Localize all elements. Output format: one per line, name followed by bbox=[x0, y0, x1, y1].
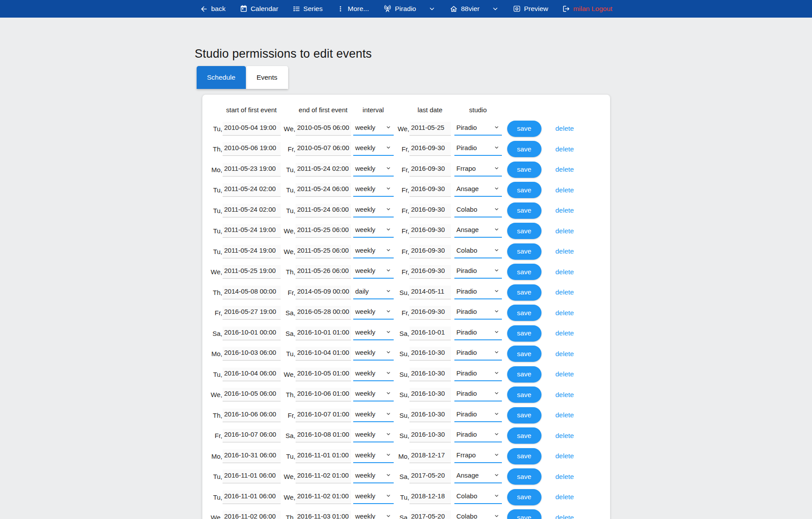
start-datetime-input[interactable]: 2016-10-01 00:00 bbox=[223, 327, 281, 340]
last-date-input[interactable]: 2016-10-30 bbox=[410, 368, 451, 381]
last-date-input[interactable]: 2016-09-30 bbox=[410, 265, 451, 279]
end-datetime-input[interactable]: 2010-05-05 06:00 bbox=[296, 122, 351, 136]
save-button[interactable]: save bbox=[507, 386, 541, 403]
interval-select[interactable]: weekly bbox=[353, 347, 394, 361]
delete-link[interactable]: delete bbox=[556, 432, 574, 440]
start-datetime-input[interactable]: 2011-05-25 19:00 bbox=[223, 265, 281, 279]
save-button[interactable]: save bbox=[507, 346, 541, 362]
save-button[interactable]: save bbox=[507, 223, 541, 239]
save-button[interactable]: save bbox=[507, 407, 541, 423]
last-date-input[interactable]: 2016-10-01 bbox=[410, 327, 451, 340]
interval-select[interactable]: weekly bbox=[353, 224, 394, 238]
interval-select[interactable]: weekly bbox=[353, 511, 394, 519]
nav-piradio[interactable]: Piradio bbox=[383, 4, 416, 13]
save-button[interactable]: save bbox=[507, 141, 541, 157]
studio-select[interactable]: Colabo bbox=[454, 245, 502, 258]
interval-select[interactable]: weekly bbox=[353, 388, 394, 401]
start-datetime-input[interactable]: 2016-10-04 06:00 bbox=[223, 368, 281, 381]
delete-link[interactable]: delete bbox=[556, 206, 574, 214]
last-date-input[interactable]: 2017-05-20 bbox=[410, 511, 451, 519]
last-date-input[interactable]: 2016-09-30 bbox=[410, 183, 451, 197]
delete-link[interactable]: delete bbox=[556, 370, 574, 378]
delete-link[interactable]: delete bbox=[556, 391, 574, 399]
studio-select[interactable]: Piradio bbox=[454, 286, 502, 299]
delete-link[interactable]: delete bbox=[556, 473, 574, 481]
last-date-input[interactable]: 2016-09-30 bbox=[410, 306, 451, 320]
delete-link[interactable]: delete bbox=[556, 227, 574, 235]
tab-events[interactable]: Events bbox=[246, 66, 288, 89]
interval-select[interactable]: weekly bbox=[353, 368, 394, 381]
end-datetime-input[interactable]: 2016-10-05 01:00 bbox=[296, 368, 351, 381]
interval-select[interactable]: weekly bbox=[353, 142, 394, 156]
nav-more[interactable]: More... bbox=[337, 5, 369, 13]
delete-link[interactable]: delete bbox=[556, 145, 574, 153]
interval-select[interactable]: weekly bbox=[353, 245, 394, 258]
delete-link[interactable]: delete bbox=[556, 329, 574, 337]
piradio-dropdown-toggle[interactable] bbox=[428, 5, 435, 12]
start-datetime-input[interactable]: 2011-05-23 19:00 bbox=[223, 163, 281, 177]
save-button[interactable]: save bbox=[507, 182, 541, 198]
save-button[interactable]: save bbox=[507, 162, 541, 178]
interval-select[interactable]: weekly bbox=[353, 183, 394, 197]
delete-link[interactable]: delete bbox=[556, 268, 574, 276]
last-date-input[interactable]: 2016-09-30 bbox=[410, 204, 451, 217]
delete-link[interactable]: delete bbox=[556, 309, 574, 317]
last-date-input[interactable]: 2011-05-25 bbox=[410, 122, 451, 136]
last-date-input[interactable]: 2016-09-30 bbox=[410, 142, 451, 156]
last-date-input[interactable]: 2016-10-30 bbox=[410, 429, 451, 442]
delete-link[interactable]: delete bbox=[556, 350, 574, 358]
studio-select[interactable]: Piradio bbox=[454, 327, 502, 340]
end-datetime-input[interactable]: 2014-05-09 00:00 bbox=[296, 286, 351, 299]
nav-preview[interactable]: Preview bbox=[513, 5, 548, 13]
save-button[interactable]: save bbox=[507, 325, 541, 342]
end-datetime-input[interactable]: 2016-11-02 01:00 bbox=[296, 490, 351, 504]
last-date-input[interactable]: 2016-09-30 bbox=[410, 245, 451, 258]
interval-select[interactable]: weekly bbox=[353, 265, 394, 279]
studio-select[interactable]: Ansage bbox=[454, 224, 502, 238]
end-datetime-input[interactable]: 2016-11-02 01:00 bbox=[296, 470, 351, 483]
studio-select[interactable]: Piradio bbox=[454, 347, 502, 361]
last-date-input[interactable]: 2018-12-17 bbox=[410, 449, 451, 463]
end-datetime-input[interactable]: 2016-10-06 01:00 bbox=[296, 388, 351, 401]
start-datetime-input[interactable]: 2016-10-06 06:00 bbox=[223, 409, 281, 422]
delete-link[interactable]: delete bbox=[556, 125, 574, 133]
studio-select[interactable]: Piradio bbox=[454, 122, 502, 136]
start-datetime-input[interactable]: 2011-05-24 19:00 bbox=[223, 224, 281, 238]
save-button[interactable]: save bbox=[507, 427, 541, 444]
studio-select[interactable]: Colabo bbox=[454, 490, 502, 504]
start-datetime-input[interactable]: 2016-11-01 06:00 bbox=[223, 490, 281, 504]
interval-select[interactable]: weekly bbox=[353, 163, 394, 177]
nav-series[interactable]: Series bbox=[293, 5, 323, 13]
end-datetime-input[interactable]: 2016-10-01 01:00 bbox=[296, 327, 351, 340]
save-button[interactable]: save bbox=[507, 284, 541, 301]
tab-schedule[interactable]: Schedule bbox=[197, 66, 246, 89]
save-button[interactable]: save bbox=[507, 202, 541, 219]
studio-select[interactable]: Ansage bbox=[454, 183, 502, 197]
nav-calendar[interactable]: Calendar bbox=[240, 5, 278, 13]
last-date-input[interactable]: 2016-09-30 bbox=[410, 224, 451, 238]
studio-select[interactable]: Piradio bbox=[454, 142, 502, 156]
delete-link[interactable]: delete bbox=[556, 411, 574, 419]
start-datetime-input[interactable]: 2011-05-24 02:00 bbox=[223, 183, 281, 197]
studio-select[interactable]: Piradio bbox=[454, 265, 502, 279]
start-datetime-input[interactable]: 2016-05-27 19:00 bbox=[223, 306, 281, 320]
studio-select[interactable]: Piradio bbox=[454, 388, 502, 401]
start-datetime-input[interactable]: 2010-05-06 19:00 bbox=[223, 142, 281, 156]
interval-select[interactable]: weekly bbox=[353, 204, 394, 217]
end-datetime-input[interactable]: 2011-05-24 06:00 bbox=[296, 183, 351, 197]
end-datetime-input[interactable]: 2016-10-08 01:00 bbox=[296, 429, 351, 442]
end-datetime-input[interactable]: 2016-11-03 01:00 bbox=[296, 511, 351, 519]
last-date-input[interactable]: 2016-10-30 bbox=[410, 388, 451, 401]
last-date-input[interactable]: 2016-09-30 bbox=[410, 163, 451, 177]
delete-link[interactable]: delete bbox=[556, 247, 574, 255]
save-button[interactable]: save bbox=[507, 509, 541, 519]
end-datetime-input[interactable]: 2016-05-28 00:00 bbox=[296, 306, 351, 320]
interval-select[interactable]: weekly bbox=[353, 409, 394, 422]
last-date-input[interactable]: 2014-05-11 bbox=[410, 286, 451, 299]
end-datetime-input[interactable]: 2011-05-25 06:00 bbox=[296, 245, 351, 258]
nav-station[interactable]: 88vier bbox=[450, 5, 479, 13]
studio-select[interactable]: Frrapo bbox=[454, 163, 502, 177]
save-button[interactable]: save bbox=[507, 243, 541, 260]
interval-select[interactable]: weekly bbox=[353, 449, 394, 463]
nav-logout[interactable]: milan Logout bbox=[562, 5, 612, 13]
